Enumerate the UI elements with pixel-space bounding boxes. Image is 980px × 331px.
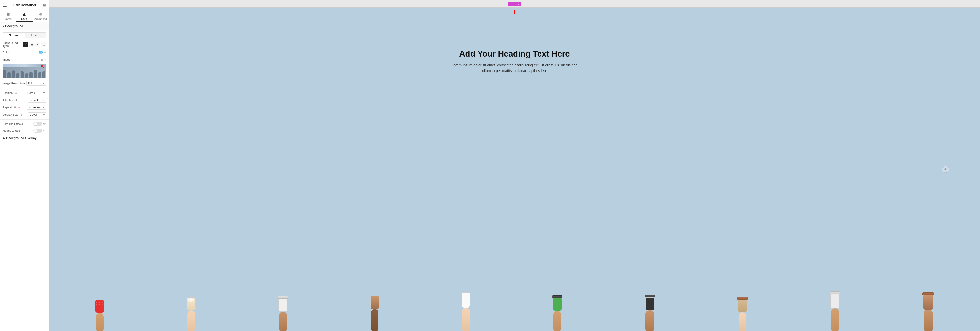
hero-subtext-line1: Lorem ipsum dolor sit amet, consectetur … bbox=[452, 63, 578, 67]
image-thumbnail[interactable] bbox=[3, 64, 46, 78]
attachment-select[interactable]: Default Fixed Scroll bbox=[28, 98, 46, 102]
cup-brown bbox=[371, 296, 379, 331]
cup-lid-kraft bbox=[737, 297, 748, 299]
cup-lid-takeaway bbox=[830, 291, 840, 294]
background-arrow-icon: ▾ bbox=[3, 25, 4, 28]
bg-type-classic-icon[interactable]: ▣ bbox=[29, 42, 34, 47]
hand-3 bbox=[279, 312, 287, 331]
hero-subtext-line2: ullamcorper mattis, pulvinar dapibus leo… bbox=[482, 69, 547, 73]
position-select[interactable]: Default Top Left Top Center Center bbox=[26, 91, 46, 95]
position-monitor-icon: 🖥 bbox=[14, 91, 17, 94]
bg-type-controls: ✗ ▣ ▶ ◫ bbox=[23, 42, 46, 47]
cup-lid-white bbox=[278, 296, 288, 299]
cup-body-green bbox=[553, 298, 562, 311]
repeat-row: Repeat 🖥 → No-repeat Repeat Repeat-x Rep… bbox=[0, 104, 49, 111]
hand-1 bbox=[96, 313, 104, 331]
grid-icon[interactable]: ⊞ bbox=[43, 3, 46, 7]
bg-type-row: Background Type ✗ ▣ ▶ ◫ bbox=[0, 40, 49, 49]
cup-body-white-tall bbox=[462, 292, 470, 308]
cup-lid-green bbox=[552, 295, 562, 298]
hamburger-menu-icon[interactable] bbox=[3, 3, 7, 7]
mouse-effects-label: Mouse Effects bbox=[3, 129, 33, 132]
canvas-add-button[interactable]: + bbox=[942, 166, 949, 173]
hand-2 bbox=[187, 310, 195, 331]
image-resolution-row: Image Resolution Full Medium Thumbnail bbox=[0, 80, 49, 87]
cup-polka bbox=[95, 300, 104, 331]
background-section-label: Background bbox=[5, 24, 23, 28]
cup-black bbox=[645, 295, 655, 331]
bg-type-none-icon[interactable]: ✗ bbox=[23, 42, 29, 47]
hero-heading[interactable]: Add Your Heading Text Here bbox=[450, 49, 579, 59]
cup-foam bbox=[188, 299, 194, 302]
image-red-arrow: ↖ bbox=[40, 63, 45, 70]
background-overlay-header[interactable]: ▶ Background Overlay bbox=[0, 134, 49, 142]
bg-hover-button[interactable]: Hover bbox=[24, 32, 46, 38]
tab-advanced-label: Advanced bbox=[34, 17, 47, 21]
background-overlay-label: Background Overlay bbox=[6, 136, 37, 140]
widget-toolbar: + ⠿ × bbox=[508, 2, 521, 6]
repeat-select[interactable]: No-repeat Repeat Repeat-x Repeat-y bbox=[27, 105, 46, 110]
tab-advanced[interactable]: ⚙ Advanced bbox=[32, 10, 49, 22]
globe-icon[interactable]: 🌐 bbox=[39, 51, 43, 54]
image-pencil-icon[interactable]: ✏ bbox=[44, 58, 46, 61]
bg-type-gradient-icon[interactable]: ◫ bbox=[41, 42, 46, 47]
tab-style-label: Style bbox=[21, 17, 27, 21]
cup-lid-large bbox=[923, 292, 934, 295]
pencil-icon[interactable]: ✏ bbox=[44, 51, 46, 54]
position-row: Position 🖥 Default Top Left Top Center C… bbox=[0, 90, 49, 97]
background-overlay-section: ▶ Background Overlay bbox=[0, 134, 49, 142]
tab-layout[interactable]: ⊞ Layout bbox=[0, 10, 16, 22]
cup-white-tall bbox=[462, 292, 470, 331]
cup-large-brown bbox=[923, 292, 934, 331]
image-thumbnail-container: ↖ bbox=[0, 63, 49, 80]
mouse-effects-row: Mouse Effects Off bbox=[0, 127, 49, 134]
cup-white bbox=[278, 296, 288, 331]
panel-title: Edit Container bbox=[13, 3, 37, 7]
divider-1 bbox=[0, 88, 49, 88]
widget-drag-handle[interactable]: ⠿ bbox=[513, 3, 517, 6]
cup-body-black bbox=[646, 297, 654, 310]
scrolling-effects-row: Scrolling Effects Off bbox=[0, 121, 49, 127]
background-section-header[interactable]: ▾ Background bbox=[0, 22, 49, 30]
cup-body-white bbox=[278, 299, 287, 312]
red-line-accent bbox=[897, 3, 928, 5]
divider-2 bbox=[0, 119, 49, 120]
hand-4 bbox=[371, 309, 379, 331]
cup-body-takeaway bbox=[830, 294, 839, 308]
mouse-effects-toggle[interactable] bbox=[33, 129, 42, 133]
tab-style[interactable]: ◐ Style bbox=[16, 10, 32, 22]
repeat-label: Repeat 🖥 → bbox=[3, 106, 27, 109]
image-label: Image bbox=[3, 58, 39, 61]
cup-body-large bbox=[923, 295, 933, 310]
cup-green bbox=[552, 295, 562, 331]
hand-8 bbox=[738, 312, 746, 331]
canvas-red-arrow: ↑ bbox=[513, 8, 516, 14]
display-size-label: Display Size 🖥 bbox=[3, 113, 28, 116]
canvas-top-bar: + ⠿ × bbox=[49, 0, 980, 8]
scrolling-effects-label: Scrolling Effects bbox=[3, 122, 33, 125]
monitor-icon: 🖥 bbox=[40, 58, 43, 61]
left-panel: Edit Container ⊞ ⊞ Layout ◐ Style ⚙ Adva… bbox=[0, 0, 49, 331]
hero-content: Add Your Heading Text Here Lorem ipsum d… bbox=[450, 49, 579, 74]
widget-add-button[interactable]: + bbox=[509, 3, 512, 6]
bg-type-video-icon[interactable]: ▶ bbox=[35, 42, 40, 47]
bg-normal-button[interactable]: Normal bbox=[3, 32, 24, 38]
widget-close-button[interactable]: × bbox=[517, 3, 520, 6]
image-resolution-label: Image Resolution bbox=[3, 82, 26, 85]
header-icons: ⊞ bbox=[43, 3, 46, 7]
cup-body-latte bbox=[186, 297, 196, 310]
bg-type-label: Background Type bbox=[3, 41, 23, 48]
cup-latte bbox=[186, 297, 196, 331]
hero-subtext: Lorem ipsum dolor sit amet, consectetur … bbox=[450, 62, 579, 74]
cup-lid-black bbox=[645, 295, 655, 297]
scrolling-effects-toggle[interactable] bbox=[33, 122, 42, 126]
image-resolution-select[interactable]: Full Medium Thumbnail bbox=[26, 81, 46, 86]
cup-body-brown bbox=[371, 296, 379, 309]
mouse-effects-value: Off bbox=[43, 130, 46, 132]
canvas-content: ↑ Add Your Heading Text Here Lorem ipsum… bbox=[49, 8, 980, 331]
hand-9 bbox=[831, 308, 839, 331]
display-size-select[interactable]: Cover Contain Auto bbox=[28, 112, 46, 117]
cup-body-polka bbox=[95, 300, 104, 313]
cups-section bbox=[49, 279, 980, 331]
display-size-monitor-icon: 🖥 bbox=[20, 113, 23, 116]
